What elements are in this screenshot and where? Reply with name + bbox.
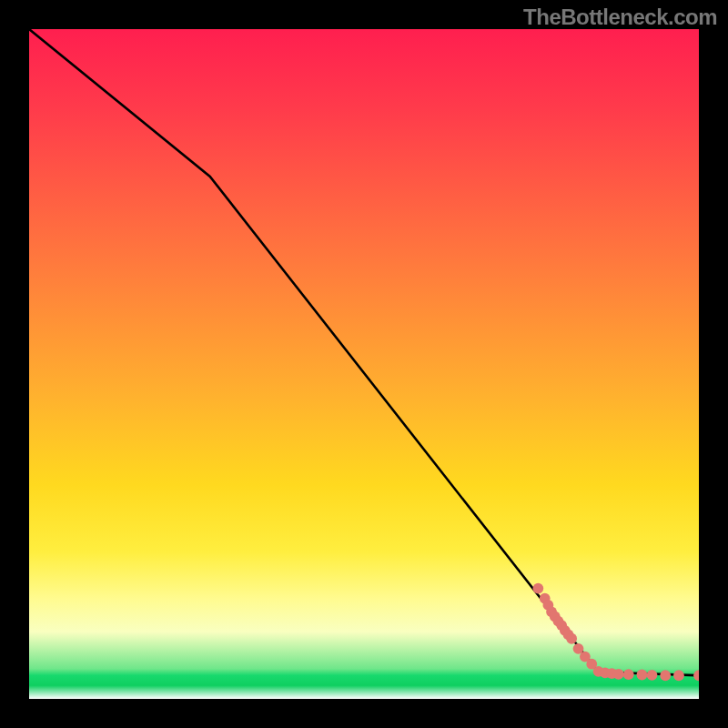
- chart-container: TheBottleneck.com: [0, 0, 728, 728]
- chart-marker: [673, 670, 684, 681]
- plot-area: [29, 29, 699, 699]
- chart-marker: [613, 669, 624, 680]
- chart-line: [29, 29, 699, 675]
- chart-markers: [532, 583, 699, 681]
- chart-marker: [647, 670, 658, 681]
- chart-marker: [566, 633, 577, 644]
- chart-marker: [637, 670, 648, 681]
- chart-overlay: [29, 29, 699, 699]
- chart-marker: [693, 670, 699, 681]
- chart-marker: [660, 670, 671, 681]
- chart-marker: [623, 669, 634, 680]
- attribution-label: TheBottleneck.com: [523, 5, 717, 30]
- chart-marker: [532, 583, 543, 594]
